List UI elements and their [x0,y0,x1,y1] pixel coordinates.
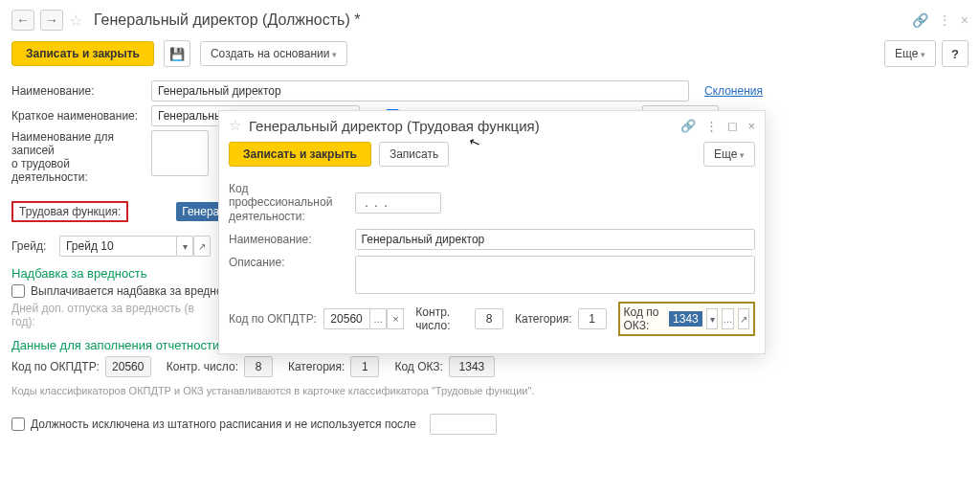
labor-function-modal: ☆ Генеральный директор (Трудовая функция… [218,110,766,354]
modal-okz-value[interactable]: 1343 [669,311,702,327]
link-icon[interactable]: 🔗 [912,12,928,28]
grade-label: Грейд: [11,239,54,253]
save-icon[interactable]: 💾 [164,40,190,67]
save-close-button[interactable]: Записать и закрыть [11,41,154,66]
control-label: Контр. число: [167,360,238,373]
okpdtr-label: Код по ОКПДТР: [11,360,100,373]
main-titlebar: ← → ☆ Генеральный директор (Должность) *… [11,8,969,36]
okz-input[interactable] [449,356,495,377]
hazard-days-label: Дней доп. отпуска за вредность (в год): [11,302,218,328]
labor-function-label: Трудовая функция: [11,201,128,222]
modal-control-input[interactable] [475,308,503,329]
short-name-label: Краткое наименование: [11,109,145,123]
name-input[interactable] [151,80,689,101]
prof-code-label: Код профессиональной деятельности: [229,182,349,223]
modal-okz-label: Код по ОКЗ: [624,305,666,332]
category-input[interactable] [350,356,379,377]
category-label: Категория: [288,360,345,373]
close-icon[interactable]: × [961,12,969,28]
excluded-label: Должность исключена из штатного расписан… [31,417,416,431]
modal-more-button[interactable]: Еще [703,142,755,167]
help-button[interactable]: ? [942,40,969,67]
modal-okpdtr-input[interactable] [323,308,369,329]
modal-close-icon[interactable]: × [747,119,755,133]
back-button[interactable]: ← [11,10,34,31]
excluded-checkbox[interactable] [11,417,25,431]
okpdtr-input[interactable] [105,356,151,377]
labor-rec-input[interactable] [151,130,209,176]
prof-code-input[interactable] [355,192,441,214]
report-footnote: Коды классификаторов ОКПДТР и ОКЗ устана… [11,385,969,396]
clear-icon[interactable]: × [387,308,404,329]
kebab-menu-icon[interactable]: ⋮ [938,12,951,28]
modal-name-input[interactable] [355,229,755,250]
favorite-icon[interactable]: ☆ [69,11,82,30]
labor-rec-label: Наименование для записей о трудовой деят… [11,130,145,184]
modal-maximize-icon[interactable]: ◻ [727,119,738,133]
hazard-checkbox[interactable] [11,284,25,298]
modal-body: Код профессиональной деятельности: Наиме… [219,182,765,353]
chevron-down-icon[interactable]: ▾ [176,236,193,257]
hazard-checkbox-label: Выплачивается надбавка за вредность [31,284,239,298]
control-input[interactable] [244,356,273,377]
modal-control-label: Контр. число: [415,305,469,332]
create-based-button[interactable]: Создать на основании [200,41,347,66]
modal-save-button[interactable]: Записать [379,142,449,167]
page-title: Генеральный директор (Должность) * [94,11,360,29]
excluded-date-input[interactable] [430,414,497,435]
modal-kebab-icon[interactable]: ⋮ [705,119,718,133]
forward-button[interactable]: → [40,10,63,31]
main-toolbar: Записать и закрыть 💾 Создать на основани… [11,36,969,77]
name-label: Наименование: [11,84,145,98]
okz-label: Код ОКЗ: [394,360,443,373]
modal-name-label: Наименование: [229,233,349,246]
declensions-link[interactable]: Склонения [704,84,763,98]
modal-desc-input[interactable] [355,256,755,294]
modal-okz-block: Код по ОКЗ: 1343 ▾ … ↗ [618,302,755,336]
modal-okz-ellipsis-icon[interactable]: … [722,308,733,329]
modal-desc-label: Описание: [229,256,349,269]
more-button[interactable]: Еще [884,40,936,67]
open-ref-icon[interactable]: ↗ [193,236,211,257]
modal-toolbar: Записать и закрыть Записать Еще [219,138,765,176]
modal-okpdtr-label: Код по ОКПДТР: [229,312,318,326]
modal-save-close-button[interactable]: Записать и закрыть [229,142,371,167]
modal-titlebar: ☆ Генеральный директор (Трудовая функция… [219,111,765,138]
modal-category-input[interactable] [578,308,607,329]
modal-link-icon[interactable]: 🔗 [680,119,696,133]
modal-favorite-icon[interactable]: ☆ [229,117,241,134]
modal-category-label: Категория: [515,312,571,326]
grade-input[interactable] [59,236,176,257]
modal-okz-chevron-icon[interactable]: ▾ [706,308,718,329]
modal-okz-open-icon[interactable]: ↗ [738,308,749,329]
ellipsis-icon[interactable]: … [369,308,387,329]
modal-title: Генеральный директор (Трудовая функция) [249,118,540,134]
